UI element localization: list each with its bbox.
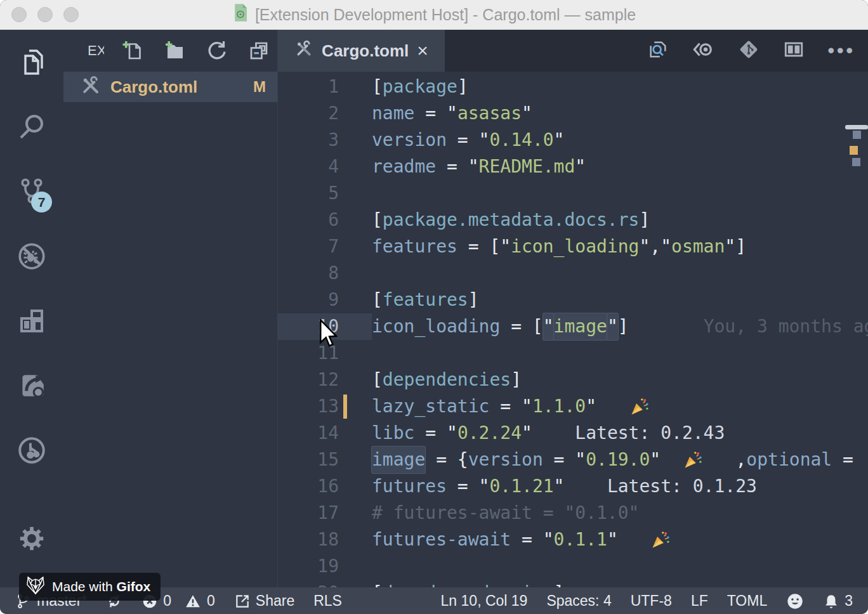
line-number[interactable]: 9 <box>278 287 339 313</box>
share-icon <box>234 593 251 610</box>
code-token: " <box>543 313 554 340</box>
search-commits-icon[interactable] <box>647 39 669 63</box>
code-line[interactable]: 7features = ["icon_loading","osman"] <box>278 233 868 260</box>
line-number[interactable]: 13 <box>278 393 339 420</box>
code-token <box>596 393 629 420</box>
feedback-smiley-icon[interactable] <box>786 592 804 610</box>
code-token: " <box>607 313 618 340</box>
share-extension-icon[interactable] <box>0 353 63 418</box>
gitlens-icon[interactable] <box>0 418 63 483</box>
code-token: [ <box>372 367 383 393</box>
more-actions-icon[interactable]: ••• <box>827 40 855 62</box>
line-number[interactable]: 12 <box>278 367 339 393</box>
new-folder-icon[interactable] <box>162 38 188 63</box>
file-item-cargo-toml[interactable]: Cargo.toml M <box>63 72 277 102</box>
code-line[interactable]: 2name = "asasas" <box>278 100 868 127</box>
code-line[interactable]: 5 <box>278 180 868 207</box>
zoom-window-button[interactable] <box>63 7 79 22</box>
line-number[interactable]: 18 <box>278 526 339 553</box>
language-mode[interactable]: TOML <box>727 592 767 610</box>
code-token: version <box>468 447 543 473</box>
code-token <box>661 447 682 473</box>
code-token: = " <box>543 447 586 473</box>
titlebar: [Extension Development Host] - Cargo.tom… <box>0 0 868 30</box>
tab-cargo-toml[interactable]: Cargo.toml × <box>278 30 445 72</box>
code-line[interactable]: 1[package] <box>278 74 868 100</box>
close-window-button[interactable] <box>11 7 27 22</box>
line-number[interactable]: 7 <box>278 233 339 260</box>
code-line[interactable]: 12[dependencies] <box>278 367 868 393</box>
code-token: = <box>832 447 864 473</box>
indentation-setting[interactable]: Spaces: 4 <box>546 592 611 610</box>
line-number[interactable]: 15 <box>278 447 339 473</box>
line-number[interactable]: 17 <box>278 500 339 526</box>
settings-gear-icon[interactable] <box>0 506 63 571</box>
code-line[interactable]: 8 <box>278 260 868 287</box>
eol-setting[interactable]: LF <box>691 592 708 610</box>
extensions-icon[interactable] <box>0 289 63 353</box>
refresh-icon[interactable] <box>204 38 230 63</box>
code-line[interactable]: 20[dev-dependencies] <box>278 580 868 587</box>
code-token: "] <box>725 233 746 260</box>
new-file-icon[interactable] <box>121 38 146 63</box>
code-token <box>629 313 704 340</box>
close-tab-icon[interactable]: × <box>417 41 428 60</box>
code-line[interactable]: 18futures-await = "0.1.1" <box>278 526 868 553</box>
git-icon[interactable] <box>737 38 760 63</box>
line-number[interactable]: 4 <box>278 154 339 180</box>
code-token: 0.2.24 <box>457 420 522 447</box>
mouse-pointer <box>317 319 338 356</box>
code-line[interactable]: 9[features] <box>278 287 868 313</box>
code-line[interactable]: 19 <box>278 553 868 580</box>
modified-badge: M <box>253 78 266 96</box>
code-editor[interactable]: 1[package]2name = "asasas"3version = "0.… <box>278 72 868 587</box>
code-token: package <box>383 74 457 100</box>
code-line[interactable]: 14libc = "0.2.24" Latest: 0.2.43 <box>278 420 868 447</box>
blame-annotation: You, 3 months ago <box>704 313 868 340</box>
line-number[interactable]: 3 <box>278 127 339 154</box>
activity-bar: 7 <box>0 30 63 587</box>
toggle-blame-icon[interactable] <box>692 40 714 62</box>
line-number[interactable]: 20 <box>278 580 339 587</box>
encoding-setting[interactable]: UTF-8 <box>631 592 672 610</box>
code-line[interactable]: 3version = "0.14.0" <box>278 127 868 154</box>
code-line[interactable]: 11 <box>278 340 868 367</box>
minimize-window-button[interactable] <box>37 7 53 22</box>
overview-ruler-slider[interactable] <box>845 125 868 129</box>
line-number[interactable]: 16 <box>278 473 339 500</box>
code-line[interactable]: 10icon_loading = ["image"] You, 3 months… <box>278 313 868 340</box>
code-line[interactable]: 4readme = "README.md" <box>278 154 868 180</box>
window-title: [Extension Development Host] - Cargo.tom… <box>255 6 636 24</box>
split-editor-icon[interactable] <box>783 39 805 63</box>
search-icon[interactable] <box>0 95 63 159</box>
explorer-icon[interactable] <box>0 30 63 95</box>
gifox-watermark: Made with Gifox <box>19 573 161 601</box>
overview-ruler-mark-modified <box>850 146 858 155</box>
code-token: 0.14.0 <box>489 127 553 154</box>
code-token: = " <box>414 420 457 447</box>
collapse-all-icon[interactable] <box>246 38 272 63</box>
code-line[interactable]: 6[package.metadata.docs.rs] <box>278 207 868 233</box>
line-number[interactable]: 19 <box>278 553 339 580</box>
notifications-bell[interactable]: 3 <box>823 592 853 610</box>
share-button[interactable]: Share <box>234 592 294 610</box>
source-control-icon[interactable]: 7 <box>0 159 63 224</box>
cursor-position[interactable]: Ln 10, Col 19 <box>441 592 528 610</box>
code-token: = [" <box>457 233 511 260</box>
code-line[interactable]: 17# futures-await = "0.1.0" <box>278 500 868 526</box>
line-number[interactable]: 8 <box>278 260 339 287</box>
line-number[interactable]: 6 <box>278 207 339 233</box>
code-line[interactable]: 13lazy_static = "1.1.0" <box>278 393 868 420</box>
code-line[interactable]: 16futures = "0.1.21" Latest: 0.1.23 <box>278 473 868 500</box>
debug-disabled-icon[interactable] <box>0 224 63 289</box>
code-token: ] <box>554 580 565 587</box>
line-number[interactable]: 14 <box>278 420 339 447</box>
line-number[interactable]: 2 <box>278 100 339 127</box>
code-token: " <box>522 420 532 447</box>
line-number[interactable]: 1 <box>278 74 339 100</box>
version-hint: Latest: 0.2.43 <box>575 420 725 447</box>
code-line[interactable]: 15image = {version = "0.19.0" ,optional … <box>278 447 868 473</box>
code-token <box>704 447 736 473</box>
rls-status[interactable]: RLS <box>313 592 342 610</box>
line-number[interactable]: 5 <box>278 180 339 207</box>
